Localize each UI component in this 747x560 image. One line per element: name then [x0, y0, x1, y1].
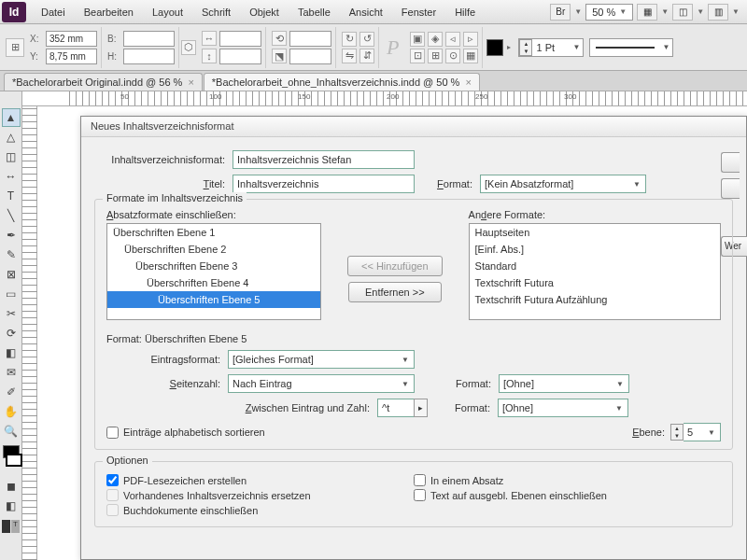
scale-y-icon[interactable]: ↕	[202, 49, 217, 63]
close-icon[interactable]: ×	[188, 77, 193, 88]
fit-content-icon[interactable]: ⊡	[410, 49, 425, 63]
format-name-input[interactable]	[233, 150, 415, 169]
select-prev-icon[interactable]: ◃	[445, 32, 460, 47]
view-mode-icon[interactable]: ▦	[637, 4, 657, 21]
list-item[interactable]: Textschrift Futura	[470, 274, 720, 291]
ok-button[interactable]	[721, 152, 740, 173]
rotate-input[interactable]	[289, 31, 331, 47]
pen-tool[interactable]: ✒	[2, 226, 21, 245]
fit-frame-icon[interactable]: ⊞	[428, 49, 443, 63]
close-icon[interactable]: ×	[465, 77, 471, 88]
eyedropper-tool[interactable]: ✐	[2, 383, 21, 401]
stroke-weight-input[interactable]: ▲▼ 1 Pt ▼	[518, 38, 584, 57]
level-spinner[interactable]: ▲▼ 5▼	[670, 423, 721, 441]
menu-object[interactable]: Objekt	[240, 3, 289, 21]
document-tab[interactable]: *Bachelorarbeit_ohne_Inhaltsverzeichnis.…	[204, 73, 480, 91]
between-input[interactable]	[377, 399, 415, 417]
selection-tool[interactable]: ▲	[2, 108, 21, 127]
shear-input[interactable]	[289, 49, 331, 64]
list-item[interactable]: Textschrift Futura Aufzählung	[470, 291, 720, 308]
zoom-tool[interactable]: 🔍	[2, 422, 21, 441]
rotate-icon[interactable]: ⟲	[272, 31, 287, 46]
apply-color-icon[interactable]: ◼	[2, 477, 21, 496]
screen-mode-icon[interactable]: ◫	[672, 4, 693, 21]
special-char-button[interactable]: ▸	[414, 399, 428, 417]
up-arrow-icon[interactable]: ▲	[520, 40, 531, 48]
single-para-check[interactable]: In einem Absatz	[414, 474, 721, 486]
menu-help[interactable]: Hilfe	[445, 3, 485, 21]
page-tool[interactable]: ◫	[2, 147, 21, 166]
note-tool[interactable]: ✉	[2, 363, 21, 382]
add-button[interactable]: << Hinzufügen	[347, 256, 443, 276]
hand-tool[interactable]: ✋	[2, 402, 21, 421]
list-item[interactable]: [Einf. Abs.]	[470, 241, 720, 258]
select-container-icon[interactable]: ▣	[410, 32, 425, 47]
list-item[interactable]: Überschriften Ebene 4	[107, 274, 320, 291]
list-item[interactable]: Standard	[470, 258, 720, 274]
scale-y-input[interactable]	[219, 49, 261, 64]
down-arrow-icon[interactable]: ▼	[520, 48, 531, 55]
menu-layout[interactable]: Layout	[143, 3, 192, 21]
remove-button[interactable]: Entfernen >>	[348, 282, 442, 302]
list-item[interactable]: Überschriften Ebene 5	[107, 291, 320, 308]
pdf-bookmarks-check[interactable]: PDF-Lesezeichen erstellen	[106, 474, 414, 486]
menu-window[interactable]: Fenster	[392, 3, 445, 21]
other-formats-list[interactable]: Hauptseiten [Einf. Abs.] Standard Textsc…	[469, 223, 721, 320]
constrain-icon[interactable]: ⬡	[181, 40, 196, 55]
gradient-tool[interactable]: ◧	[2, 343, 21, 362]
center-content-icon[interactable]: ⊙	[445, 49, 460, 63]
fill-frame-icon[interactable]: ▦	[463, 49, 478, 63]
down-arrow-icon[interactable]: ▼	[671, 432, 683, 440]
transform-tool[interactable]: ⟳	[2, 324, 21, 343]
scale-x-input[interactable]	[219, 31, 261, 47]
bridge-icon[interactable]: Br	[550, 4, 571, 21]
list-item[interactable]: Überschriften Ebene 3	[107, 258, 320, 274]
chevron-down-icon[interactable]: ▼	[697, 7, 704, 16]
hidden-layers-check[interactable]: Text auf ausgebl. Ebenen einschließen	[414, 489, 721, 501]
rotate-cw-icon[interactable]: ↻	[342, 32, 357, 47]
direct-selection-tool[interactable]: △	[2, 128, 21, 147]
fill-swatch[interactable]	[486, 39, 503, 56]
stroke-color[interactable]	[6, 454, 22, 467]
rectangle-frame-tool[interactable]: ⊠	[2, 265, 21, 284]
chevron-down-icon[interactable]: ▼	[661, 7, 669, 16]
between-format-select[interactable]: [Ohne]▼	[498, 399, 628, 417]
chevron-down-icon[interactable]: ▼	[732, 7, 740, 16]
include-list[interactable]: Überschriften Ebene 1 Überschriften Eben…	[106, 223, 321, 320]
menu-type[interactable]: Schrift	[192, 3, 240, 21]
chevron-down-icon[interactable]: ▼	[574, 7, 582, 16]
line-tool[interactable]: ╲	[2, 206, 21, 225]
character-panel-icon[interactable]: P	[381, 35, 404, 60]
gap-tool[interactable]: ↔	[2, 167, 21, 186]
page-num-select[interactable]: Nach Eintrag▼	[228, 374, 415, 393]
arrange-icon[interactable]: ▥	[708, 4, 728, 21]
menu-file[interactable]: Datei	[32, 3, 75, 21]
pencil-tool[interactable]: ✎	[2, 245, 21, 264]
list-item[interactable]: Hauptseiten	[470, 224, 720, 241]
stroke-style-select[interactable]: ▼	[589, 38, 673, 57]
height-input[interactable]	[123, 49, 175, 64]
list-item[interactable]: Überschriften Ebene 2	[107, 241, 320, 258]
rotate-ccw-icon[interactable]: ↺	[359, 32, 374, 47]
default-fill-stroke-icon[interactable]	[2, 520, 10, 533]
page-num-format-select[interactable]: [Ohne]▼	[499, 374, 629, 393]
apply-gradient-icon[interactable]: ◧	[2, 497, 21, 515]
list-item[interactable]: Überschriften Ebene 1	[107, 224, 320, 241]
flip-h-icon[interactable]: ⇋	[342, 49, 357, 63]
cancel-button[interactable]	[721, 178, 740, 199]
menu-edit[interactable]: Bearbeiten	[75, 3, 143, 21]
document-tab[interactable]: *Bachelorarbeit Original.indd @ 56 %×	[4, 73, 203, 91]
menu-view[interactable]: Ansicht	[340, 3, 392, 21]
flip-v-icon[interactable]: ⇵	[359, 49, 374, 63]
select-content-icon[interactable]: ◈	[428, 32, 443, 47]
zoom-selector[interactable]: 50 %▼	[585, 4, 633, 21]
reference-point-icon[interactable]: ⊞	[6, 38, 24, 57]
scissors-tool[interactable]: ✂	[2, 304, 21, 323]
select-next-icon[interactable]: ▹	[463, 32, 478, 47]
chevron-down-icon[interactable]: ▸	[507, 43, 511, 51]
rectangle-tool[interactable]: ▭	[2, 285, 21, 303]
shear-icon[interactable]: ⬔	[272, 49, 287, 63]
entry-format-select[interactable]: [Gleiches Format]▼	[228, 350, 415, 369]
menu-table[interactable]: Tabelle	[289, 3, 340, 21]
up-arrow-icon[interactable]: ▲	[671, 425, 683, 432]
